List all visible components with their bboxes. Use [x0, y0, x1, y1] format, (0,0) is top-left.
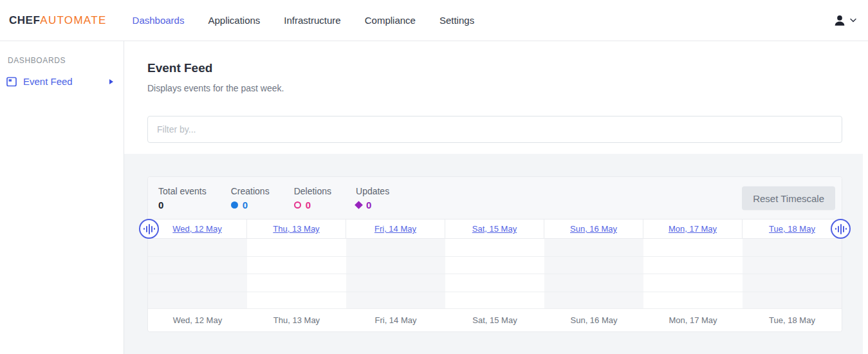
timescale-handle-right-icon[interactable]: [831, 219, 851, 239]
nav-settings[interactable]: Settings: [439, 15, 474, 26]
stat-total-events: Total events 0: [158, 186, 207, 210]
page-subtitle: Displays events for the past week.: [147, 83, 868, 93]
event-feed-panel: Total events 0 Creations 0 Deletions: [124, 154, 863, 354]
stat-value: 0: [158, 200, 207, 210]
logo-chef-text: CHEF: [9, 14, 40, 26]
stat-creations: Creations 0: [231, 186, 270, 210]
creation-marker-icon: [231, 201, 238, 209]
grid-line: [148, 274, 842, 274]
deletion-marker-icon: [294, 201, 301, 209]
timeline-day-headers: Wed, 12 May Thu, 13 May Fri, 14 May Sat,…: [148, 219, 842, 239]
event-timeline-card: Total events 0 Creations 0 Deletions: [147, 176, 842, 332]
nav-applications[interactable]: Applications: [208, 15, 260, 26]
user-menu[interactable]: [833, 14, 859, 28]
day-header-link[interactable]: Fri, 14 May: [374, 224, 416, 234]
day-header-link[interactable]: Sun, 16 May: [570, 224, 617, 234]
day-axis-label: Fri, 14 May: [346, 315, 445, 325]
event-feed-icon: [6, 77, 17, 87]
timescale-handle-left-icon[interactable]: [139, 219, 159, 239]
main-content: Event Feed Displays events for the past …: [124, 41, 868, 354]
sidebar-item-label: Event Feed: [23, 76, 73, 87]
stat-value: 0: [294, 200, 331, 210]
chevron-down-icon: [850, 18, 856, 23]
day-axis-label: Sun, 16 May: [544, 315, 643, 325]
nav-dashboards[interactable]: Dashboards: [133, 15, 185, 26]
stat-updates: Updates 0: [356, 186, 389, 210]
grid-line: [148, 256, 842, 257]
nav-compliance[interactable]: Compliance: [365, 15, 416, 26]
day-header-link[interactable]: Sat, 15 May: [472, 224, 517, 234]
logo-automate-text: AUTOMATE: [40, 14, 106, 26]
grid-line: [148, 292, 842, 292]
nav-infrastructure[interactable]: Infrastructure: [284, 15, 340, 26]
stat-deletions: Deletions 0: [294, 186, 331, 210]
timeline-grid: [148, 239, 842, 309]
stat-label: Total events: [158, 186, 207, 196]
day-axis-label: Thu, 13 May: [247, 315, 346, 325]
day-axis-label: Tue, 18 May: [743, 315, 842, 325]
expand-arrow-icon[interactable]: [109, 79, 113, 84]
day-axis-label: Wed, 12 May: [148, 315, 247, 325]
sidebar-item-event-feed[interactable]: Event Feed: [6, 76, 117, 87]
stat-label: Creations: [231, 186, 270, 196]
reset-timescale-button[interactable]: Reset Timescale: [742, 186, 835, 210]
sidebar: DASHBOARDS Event Feed: [0, 41, 124, 354]
day-header-link[interactable]: Wed, 12 May: [172, 224, 221, 234]
chef-automate-logo[interactable]: CHEFAUTOMATE: [9, 14, 107, 27]
day-header-link[interactable]: Thu, 13 May: [273, 224, 319, 234]
timeline-axis-labels: Wed, 12 May Thu, 13 May Fri, 14 May Sat,…: [148, 309, 842, 331]
stat-label: Deletions: [294, 186, 331, 196]
day-axis-label: Mon, 17 May: [643, 315, 743, 325]
update-marker-icon: [355, 201, 363, 209]
event-stats-row: Total events 0 Creations 0 Deletions: [148, 177, 842, 219]
main-nav: Dashboards Applications Infrastructure C…: [133, 15, 475, 26]
sidebar-heading: DASHBOARDS: [6, 56, 117, 65]
day-header-link[interactable]: Mon, 17 May: [669, 224, 717, 234]
day-axis-label: Sat, 15 May: [445, 315, 544, 325]
filter-input[interactable]: [147, 116, 842, 143]
day-header-link[interactable]: Tue, 18 May: [769, 224, 815, 234]
stat-value: 0: [231, 200, 270, 210]
top-navbar: CHEFAUTOMATE Dashboards Applications Inf…: [0, 0, 868, 41]
page-title: Event Feed: [147, 61, 868, 75]
stat-label: Updates: [356, 186, 389, 196]
stat-value: 0: [356, 200, 389, 210]
user-profile-icon: [833, 14, 847, 28]
